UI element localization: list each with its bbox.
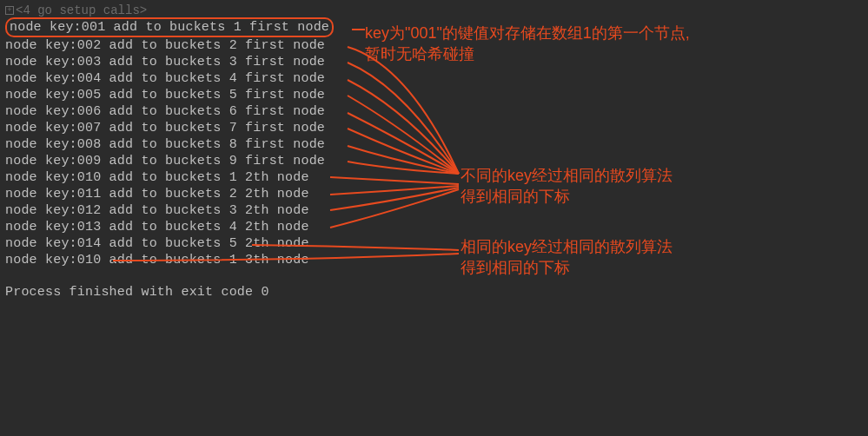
annotation-2-line1: 不同的key经过相同的散列算法: [461, 165, 673, 186]
console-line: node key:006 add to buckets 6 first node: [5, 103, 863, 120]
console-line: node key:013 add to buckets 4 2th node: [5, 219, 863, 235]
annotation-3: 相同的key经过相同的散列算法 得到相同的下标: [461, 236, 673, 278]
process-status: Process finished with exit code 0: [5, 284, 863, 301]
console-line: node key:007 add to buckets 7 first node: [5, 120, 863, 136]
annotation-2-line2: 得到相同的下标: [461, 186, 673, 207]
annotation-3-line2: 得到相同的下标: [461, 257, 673, 278]
header-text: <4 go setup calls>: [16, 3, 147, 17]
annotation-1-line1: key为"001"的键值对存储在数组1的第一个节点,: [365, 23, 690, 43]
annotation-1: key为"001"的键值对存储在数组1的第一个节点, 暂时无哈希碰撞: [365, 23, 690, 64]
console-line: node key:014 add to buckets 5 2th node: [5, 235, 863, 252]
console-line: node key:010 add to buckets 1 3th node: [5, 252, 863, 268]
console-line: node key:010 add to buckets 1 2th node: [5, 169, 863, 186]
annotation-3-line1: 相同的key经过相同的散列算法: [461, 236, 673, 257]
console-line: node key:005 add to buckets 5 first node: [5, 87, 863, 103]
annotation-2: 不同的key经过相同的散列算法 得到相同的下标: [461, 165, 673, 207]
console-line: node key:011 add to buckets 2 2th node: [5, 186, 863, 202]
console-line: node key:008 add to buckets 8 first node: [5, 136, 863, 153]
console-line: node key:004 add to buckets 4 first node: [5, 70, 863, 87]
expand-icon[interactable]: +: [5, 6, 14, 15]
annotation-1-line2: 暂时无哈希碰撞: [365, 43, 690, 64]
console-line: node key:009 add to buckets 9 first node: [5, 153, 863, 169]
highlighted-line: node key:001 add to buckets 1 first node: [5, 17, 334, 37]
header-line: +<4 go setup calls>: [5, 3, 863, 17]
console-line: node key:012 add to buckets 3 2th node: [5, 202, 863, 219]
